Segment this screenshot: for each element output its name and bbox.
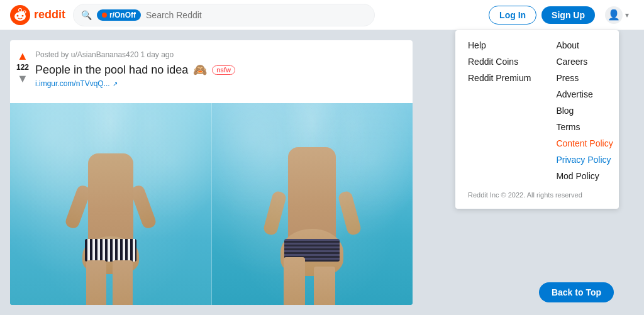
post-username[interactable]: u/AsianBananas420 xyxy=(71,50,138,59)
login-button[interactable]: Log In xyxy=(489,6,536,25)
chevron-down-icon: ▾ xyxy=(625,11,629,19)
dropdown-about[interactable]: About xyxy=(556,40,613,50)
dropdown-columns: Help Reddit Coins Reddit Premium About C… xyxy=(468,40,606,181)
post-container: ▲ 122 ▼ Posted by u/AsianBananas420 1 da… xyxy=(10,40,413,305)
dropdown-col-right: About Careers Press Advertise Blog Terms… xyxy=(556,40,613,181)
svg-point-9 xyxy=(19,9,21,11)
pool-right-panel xyxy=(212,103,413,305)
search-input[interactable] xyxy=(146,10,367,20)
subreddit-badge[interactable]: r/OnOff xyxy=(97,9,141,21)
signup-button[interactable]: Sign Up xyxy=(541,6,595,24)
dropdown-help[interactable]: Help xyxy=(468,40,531,50)
dropdown-reddit-premium[interactable]: Reddit Premium xyxy=(468,73,531,83)
user-icon: 👤 xyxy=(605,6,623,24)
nsfw-badge: nsfw xyxy=(212,65,235,75)
post-link[interactable]: i.imgur.com/nTVvqQ... ↗ xyxy=(35,79,402,88)
svg-point-2 xyxy=(17,14,19,16)
post-emoji: 🙈 xyxy=(193,63,207,77)
header: reddit 🔍 r/OnOff Log In Sign Up 👤 ▾ xyxy=(0,0,644,30)
dropdown-footer: Reddit Inc © 2022. All rights reserved xyxy=(468,191,606,199)
dropdown-reddit-coins[interactable]: Reddit Coins xyxy=(468,57,531,67)
subreddit-dot xyxy=(102,13,107,18)
dropdown-blog[interactable]: Blog xyxy=(556,106,613,116)
upvote-button[interactable]: ▲ xyxy=(17,50,28,62)
logo-area[interactable]: reddit xyxy=(10,5,65,25)
post-title-row: People in the pool had no idea 🙈 nsfw xyxy=(35,63,402,77)
dropdown-terms[interactable]: Terms xyxy=(556,122,613,132)
post-meta: Posted by u/AsianBananas420 1 day ago xyxy=(35,50,402,59)
dropdown-menu: Help Reddit Coins Reddit Premium About C… xyxy=(455,30,619,209)
dropdown-privacy-policy[interactable]: Privacy Policy xyxy=(556,155,613,165)
dropdown-mod-policy[interactable]: Mod Policy xyxy=(556,171,613,181)
downvote-button[interactable]: ▼ xyxy=(17,73,28,84)
dropdown-content-policy[interactable]: Content Policy xyxy=(556,138,613,148)
post-header: ▲ 122 ▼ Posted by u/AsianBananas420 1 da… xyxy=(10,40,413,103)
post-title: People in the pool had no idea xyxy=(35,64,188,77)
pool-left-panel xyxy=(10,103,212,305)
post-image: AsianBananas420 xyxy=(10,103,413,305)
dropdown-careers[interactable]: Careers xyxy=(556,57,613,67)
dropdown-col-left: Help Reddit Coins Reddit Premium xyxy=(468,40,531,181)
dropdown-press[interactable]: Press xyxy=(556,73,613,83)
search-bar[interactable]: 🔍 r/OnOff xyxy=(73,4,375,26)
header-right: Log In Sign Up 👤 ▾ xyxy=(489,4,634,26)
vote-column: ▲ 122 ▼ xyxy=(10,45,35,98)
vote-count: 122 xyxy=(16,63,29,72)
reddit-wordmark: reddit xyxy=(34,8,65,21)
pool-background: AsianBananas420 xyxy=(10,103,413,305)
main-content: ▲ 122 ▼ Posted by u/AsianBananas420 1 da… xyxy=(0,30,644,315)
post-link-text: i.imgur.com/nTVvqQ... xyxy=(35,79,110,88)
search-icon: 🔍 xyxy=(81,10,92,20)
post-content-area: Posted by u/AsianBananas420 1 day ago Pe… xyxy=(35,45,408,98)
subreddit-label: r/OnOff xyxy=(109,11,136,19)
user-menu[interactable]: 👤 ▾ xyxy=(600,4,634,26)
external-link-icon: ↗ xyxy=(113,80,118,87)
back-to-top-button[interactable]: Back to Top xyxy=(539,282,614,302)
reddit-logo-icon xyxy=(10,5,30,25)
dropdown-advertise[interactable]: Advertise xyxy=(556,89,613,99)
